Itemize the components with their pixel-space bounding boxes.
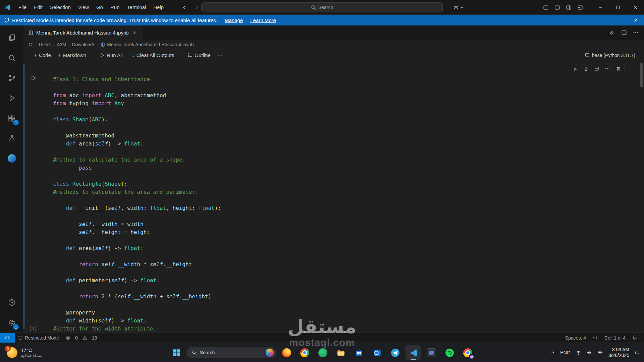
code-line[interactable] bbox=[53, 124, 621, 132]
code-line[interactable]: return self.__width * self.__height bbox=[53, 260, 621, 268]
language-indicator[interactable]: ENG bbox=[560, 350, 570, 355]
menu-edit[interactable]: Edit bbox=[30, 2, 46, 12]
menu-run[interactable]: Run bbox=[107, 2, 123, 12]
cell-focus-indicator[interactable] bbox=[23, 64, 24, 329]
split-cell-icon[interactable] bbox=[594, 66, 599, 71]
volume-icon[interactable] bbox=[586, 350, 592, 356]
more-actions-icon[interactable] bbox=[605, 66, 610, 71]
code-line[interactable] bbox=[53, 285, 621, 293]
code-line[interactable]: #Task 1: Class and Inheritance bbox=[53, 75, 621, 83]
notifications-bell-icon[interactable] bbox=[629, 333, 641, 343]
weather-widget[interactable]: 4 17°C سماء صافية bbox=[4, 343, 45, 362]
code-line[interactable]: class Rectangle(Shape): bbox=[53, 180, 621, 188]
file-explorer-icon[interactable] bbox=[333, 345, 348, 360]
code-line[interactable]: self.__width = width bbox=[53, 220, 621, 228]
copilot-menu[interactable] bbox=[451, 3, 466, 12]
run-debug-icon[interactable] bbox=[0, 88, 23, 108]
editor-scrollbar[interactable] bbox=[640, 63, 643, 87]
start-button[interactable] bbox=[169, 345, 184, 360]
code-line[interactable]: def area(self) -> float: bbox=[53, 244, 621, 252]
add-code-cell-button[interactable]: + Code bbox=[31, 51, 54, 59]
kernel-picker[interactable]: base (Python 3.11.7) bbox=[582, 51, 638, 59]
firefox-icon[interactable] bbox=[279, 345, 294, 360]
manage-link[interactable]: Manage bbox=[225, 17, 243, 23]
toolbar-more-actions-icon[interactable] bbox=[215, 51, 225, 59]
outline-button[interactable]: Outline bbox=[185, 51, 213, 59]
cell-position-status[interactable]: Cell 1 of 4 bbox=[601, 333, 629, 343]
testing-icon[interactable] bbox=[0, 128, 23, 148]
keyboard-status-icon[interactable] bbox=[589, 333, 601, 343]
code-line[interactable]: from abc import ABC, abstractmethod bbox=[53, 92, 621, 100]
taskbar-search[interactable]: Search bbox=[187, 347, 276, 358]
customize-layout-icon[interactable] bbox=[577, 5, 583, 10]
code-line[interactable]: def width(self) -> float: bbox=[53, 317, 621, 325]
menu-help[interactable]: Help bbox=[150, 2, 167, 12]
menu-go[interactable]: Go bbox=[93, 2, 107, 12]
add-markdown-cell-button[interactable]: + Markdown bbox=[55, 51, 89, 59]
wifi-icon[interactable] bbox=[576, 350, 581, 356]
vscode-taskbar-icon[interactable] bbox=[406, 345, 421, 360]
run-cell-button[interactable] bbox=[30, 75, 37, 81]
breadcrumb-item[interactable]: Users bbox=[38, 42, 52, 47]
breadcrumb-item[interactable]: Menna Tarek Abdelhamid Hassan 4.ipynb bbox=[100, 42, 195, 47]
code-line[interactable] bbox=[53, 83, 621, 92]
split-editor-icon[interactable] bbox=[621, 30, 627, 36]
edge-browser-icon[interactable] bbox=[0, 148, 23, 168]
outlook-icon[interactable] bbox=[369, 345, 385, 360]
menu-selection[interactable]: Selection bbox=[46, 2, 74, 12]
titlebar-search[interactable]: Search bbox=[201, 2, 443, 12]
toggle-secondary-sidebar-icon[interactable] bbox=[566, 5, 572, 10]
breadcrumb-item[interactable]: Downloads bbox=[71, 42, 96, 47]
chrome-icon[interactable] bbox=[297, 345, 312, 360]
execute-below-icon[interactable] bbox=[583, 66, 589, 71]
run-all-button[interactable]: Run All bbox=[97, 51, 125, 59]
restricted-mode-status[interactable]: Restricted Mode bbox=[15, 333, 62, 343]
delete-cell-icon[interactable] bbox=[615, 66, 621, 71]
code-line[interactable]: class Shape(ABC): bbox=[53, 116, 621, 124]
accounts-icon[interactable] bbox=[0, 292, 23, 312]
tray-notifications-icon[interactable] bbox=[634, 350, 639, 355]
code-line[interactable]: @property bbox=[53, 309, 621, 317]
store-icon[interactable] bbox=[351, 345, 367, 360]
indentation-status[interactable]: Spaces: 4 bbox=[562, 333, 589, 343]
back-button[interactable] bbox=[179, 3, 190, 12]
toggle-sidebar-icon[interactable] bbox=[543, 5, 549, 10]
settings-gear-icon[interactable]: 1 bbox=[0, 312, 23, 333]
code-line[interactable] bbox=[53, 212, 621, 220]
code-line[interactable] bbox=[53, 301, 621, 309]
source-control-icon[interactable] bbox=[0, 68, 23, 88]
code-line[interactable] bbox=[53, 196, 621, 204]
clock-widget[interactable]: 3:03 AM 3/26/2025 bbox=[608, 347, 629, 359]
dark-app-icon[interactable] bbox=[424, 345, 439, 360]
code-line[interactable]: self.__height = height bbox=[53, 228, 621, 236]
spotify-icon[interactable] bbox=[442, 345, 457, 360]
extensions-icon[interactable]: 1 bbox=[0, 108, 23, 128]
code-line[interactable]: #method to calculate the area of a shape… bbox=[53, 156, 621, 164]
problems-status[interactable]: 0 13 bbox=[62, 333, 103, 343]
toggle-panel-icon[interactable] bbox=[554, 5, 560, 10]
battery-icon[interactable] bbox=[597, 350, 603, 356]
code-line[interactable]: def area(self) -> float: bbox=[53, 140, 621, 148]
code-line[interactable] bbox=[53, 148, 621, 156]
menu-view[interactable]: View bbox=[74, 2, 93, 12]
telegram-icon[interactable] bbox=[387, 345, 403, 360]
banner-close-icon[interactable] bbox=[631, 16, 640, 24]
code-line[interactable] bbox=[53, 172, 621, 180]
menu-terminal[interactable]: Terminal bbox=[123, 2, 150, 12]
tab-notebook[interactable]: Menna Tarek Abdelhamid Hassan 4.ipynb bbox=[23, 25, 142, 40]
tray-chevron-up-icon[interactable] bbox=[550, 350, 555, 355]
code-line[interactable]: return 2 * (self.__width + self.__height… bbox=[53, 293, 621, 301]
green-app-icon[interactable] bbox=[315, 345, 330, 360]
code-line[interactable]: @abstractmethod bbox=[53, 132, 621, 140]
code-line[interactable]: from typing import Any bbox=[53, 100, 621, 108]
code-line[interactable]: pass bbox=[53, 164, 621, 172]
remote-indicator[interactable] bbox=[0, 333, 15, 343]
breadcrumb-item[interactable]: C: bbox=[28, 42, 34, 47]
explorer-icon[interactable] bbox=[0, 27, 23, 48]
code-line[interactable] bbox=[53, 108, 621, 116]
code-line[interactable]: def perimeter(self) -> float: bbox=[53, 277, 621, 285]
code-line[interactable] bbox=[53, 268, 621, 277]
maximize-button[interactable] bbox=[609, 0, 627, 15]
chrome-profile-icon[interactable]: M bbox=[460, 345, 475, 360]
clear-all-outputs-button[interactable]: Clear All Outputs bbox=[127, 51, 177, 59]
